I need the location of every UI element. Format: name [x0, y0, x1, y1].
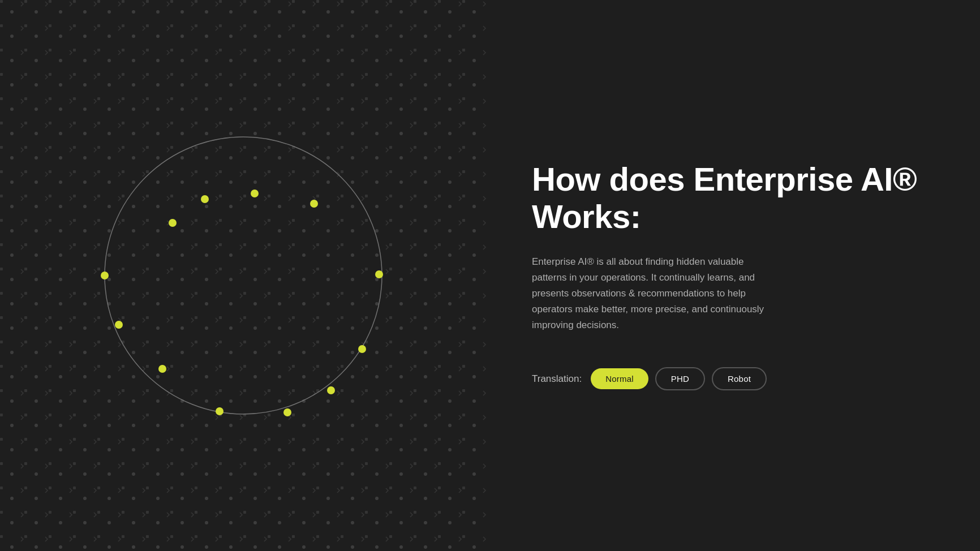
description-text: Enterprise AI® is all about finding hidd…: [532, 254, 770, 333]
main-heading: How does Enterprise AI® Works:: [532, 161, 935, 236]
svg-point-4: [169, 219, 177, 227]
svg-point-9: [358, 345, 366, 353]
svg-point-3: [105, 137, 382, 414]
btn-normal[interactable]: Normal: [591, 368, 648, 389]
page-wrapper: How does Enterprise AI® Works: Enterpris…: [0, 0, 980, 551]
svg-point-10: [327, 386, 335, 394]
svg-point-13: [158, 365, 166, 373]
btn-phd[interactable]: PHD: [655, 367, 705, 390]
svg-point-14: [101, 272, 109, 279]
svg-point-12: [216, 407, 223, 415]
left-panel: [0, 0, 487, 551]
svg-point-5: [201, 195, 209, 203]
svg-point-11: [283, 408, 291, 416]
svg-point-8: [375, 270, 383, 278]
svg-point-15: [115, 321, 123, 329]
svg-point-6: [251, 190, 259, 197]
translation-row: Translation: Normal PHD Robot: [532, 367, 935, 390]
circle-visualization: [74, 106, 413, 445]
btn-robot[interactable]: Robot: [712, 367, 767, 390]
translation-label: Translation:: [532, 373, 582, 385]
svg-point-7: [310, 200, 318, 208]
right-panel: How does Enterprise AI® Works: Enterpris…: [487, 161, 980, 391]
